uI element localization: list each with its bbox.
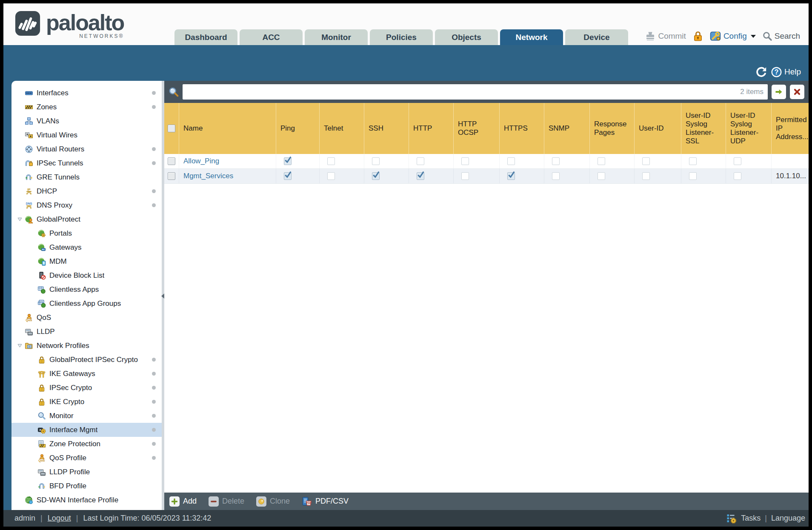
sidebar-item-ike-gateways[interactable]: IKE Gateways: [11, 367, 162, 381]
config-button[interactable]: Config: [710, 31, 756, 42]
sidebar-item-globalprotect-ipsec-crypto[interactable]: GlobalProtect IPSec Crypto: [11, 353, 162, 367]
logout-link[interactable]: Logout: [48, 514, 71, 523]
uid-syslog-ssl-checkbox[interactable]: [689, 157, 697, 165]
ssh-checkbox[interactable]: [372, 172, 380, 180]
telnet-checkbox[interactable]: [327, 157, 335, 165]
https-checkbox[interactable]: [507, 157, 515, 165]
column-header-ssh[interactable]: SSH: [364, 103, 409, 154]
column-header-http-ocsp[interactable]: HTTP OCSP: [453, 103, 499, 154]
sidebar-item-gateways[interactable]: Gateways: [11, 240, 162, 254]
select-all-checkbox[interactable]: [168, 125, 175, 132]
sidebar-item-qos[interactable]: QoSQoS: [11, 311, 162, 325]
sidebar-item-interface-mgmt[interactable]: Interface Mgmt: [11, 423, 162, 437]
sidebar-item-ipsec-tunnels[interactable]: IPSec Tunnels: [11, 156, 162, 170]
sidebar-splitter[interactable]: [162, 81, 164, 510]
item-dot: [152, 386, 156, 390]
clone-button[interactable]: Clone: [256, 496, 290, 507]
tab-device[interactable]: Device: [565, 29, 628, 45]
column-header-ping[interactable]: Ping: [276, 103, 319, 154]
column-header-permitted-ip[interactable]: Permitted IP Address...: [771, 103, 809, 154]
tasks-button[interactable]: Tasks: [741, 514, 761, 523]
column-header-uid-syslog-ssl[interactable]: User-ID Syslog Listener-SSL: [681, 103, 726, 154]
row-select-checkbox[interactable]: [168, 157, 175, 165]
column-header-name[interactable]: Name: [179, 103, 276, 154]
user-id-checkbox[interactable]: [642, 172, 650, 180]
sidebar-item-lldp-profile[interactable]: LLDP Profile: [11, 465, 162, 479]
sidebar-item-dhcp[interactable]: IPDHCP: [11, 184, 162, 198]
column-header-user-id[interactable]: User-ID: [634, 103, 681, 154]
uid-syslog-ssl-checkbox[interactable]: [689, 172, 697, 180]
http-checkbox[interactable]: [417, 172, 424, 180]
sidebar-item-clientless-app-groups[interactable]: Clientless App Groups: [11, 296, 162, 311]
row-name-link[interactable]: Allow_Ping: [183, 157, 219, 165]
language-button[interactable]: Language: [771, 514, 805, 523]
search-input[interactable]: [183, 84, 768, 100]
sidebar-item-virtual-wires[interactable]: Virtual Wires: [11, 128, 162, 142]
sidebar-item-gre-tunnels[interactable]: GRE Tunnels: [11, 170, 162, 184]
column-header-http[interactable]: HTTP: [409, 103, 453, 154]
pdf-csv-icon: PDF: [302, 497, 312, 506]
row-name-link[interactable]: Mgmt_Services: [183, 172, 233, 180]
http-checkbox[interactable]: [417, 157, 424, 165]
sidebar-item-zone-protection[interactable]: Zone Protection: [11, 437, 162, 451]
pdf-csv-button[interactable]: PDFPDF/CSV: [302, 496, 349, 507]
column-header-telnet[interactable]: Telnet: [319, 103, 364, 154]
column-header-https[interactable]: HTTPS: [499, 103, 544, 154]
ssh-checkbox[interactable]: [372, 157, 380, 165]
sidebar-item-lldp[interactable]: LLDP: [11, 325, 162, 339]
expander-icon[interactable]: [17, 343, 23, 348]
delete-button[interactable]: Delete: [209, 496, 244, 507]
sidebar-item-bfd-profile[interactable]: BFD Profile: [11, 479, 162, 493]
sidebar-item-ipsec-crypto[interactable]: IPSec Crypto: [11, 381, 162, 395]
http-ocsp-checkbox[interactable]: [461, 172, 469, 180]
sidebar-item-interfaces[interactable]: Interfaces: [11, 86, 162, 100]
telnet-checkbox[interactable]: [327, 172, 335, 180]
sidebar-item-mdm[interactable]: MDM: [11, 254, 162, 268]
refresh-icon[interactable]: [756, 66, 767, 77]
user-id-checkbox[interactable]: [642, 157, 650, 165]
tab-dashboard[interactable]: Dashboard: [174, 29, 237, 45]
expander-icon[interactable]: [17, 217, 23, 222]
tab-monitor[interactable]: Monitor: [305, 29, 368, 45]
column-header-response-pages[interactable]: Response Pages: [589, 103, 634, 154]
apply-filter-button[interactable]: [772, 85, 786, 99]
sidebar-item-qos-profile[interactable]: QoSQoS Profile: [11, 451, 162, 465]
sidebar-item-vlans[interactable]: VLANs: [11, 114, 162, 128]
tab-policies[interactable]: Policies: [370, 29, 433, 45]
http-ocsp-checkbox[interactable]: [461, 157, 469, 165]
uid-syslog-udp-checkbox[interactable]: [734, 172, 741, 180]
tab-acc[interactable]: ACC: [240, 29, 303, 45]
ping-checkbox[interactable]: [284, 157, 292, 165]
global-search-button[interactable]: Search: [763, 31, 800, 41]
snmp-checkbox[interactable]: [552, 172, 560, 180]
sidebar-item-ike-crypto[interactable]: IKE Crypto: [11, 395, 162, 409]
snmp-checkbox[interactable]: [552, 157, 560, 165]
collapse-sidebar-icon[interactable]: [161, 293, 164, 299]
sidebar-item-network-profiles[interactable]: Network Profiles: [11, 339, 162, 353]
add-button[interactable]: Add: [169, 496, 197, 507]
commit-button[interactable]: Commit: [645, 31, 686, 41]
help-button[interactable]: ? Help: [771, 67, 801, 77]
https-checkbox[interactable]: [507, 172, 515, 180]
ping-checkbox[interactable]: [284, 172, 292, 180]
sidebar-item-monitor[interactable]: Monitor: [11, 409, 162, 423]
response-pages-checkbox[interactable]: [598, 172, 605, 180]
sidebar-item-dns-proxy[interactable]: DNSDNS Proxy: [11, 198, 162, 212]
sidebar-item-virtual-routers[interactable]: Virtual Routers: [11, 142, 162, 156]
lock-button[interactable]: [693, 31, 703, 41]
sidebar-item-zones[interactable]: Zones: [11, 100, 162, 114]
sidebar-item-sd-wan-interface-profile[interactable]: SD-WAN Interface Profile: [11, 493, 162, 507]
sidebar-item-globalprotect[interactable]: GlobalProtect: [11, 212, 162, 226]
sidebar-item-clientless-apps[interactable]: Clientless Apps: [11, 282, 162, 296]
sidebar-item-portals[interactable]: Portals: [11, 226, 162, 240]
qos-icon: QoS: [37, 454, 46, 462]
sidebar-item-device-block-list[interactable]: Device Block List: [11, 268, 162, 282]
column-header-uid-syslog-udp[interactable]: User-ID Syslog Listener-UDP: [726, 103, 771, 154]
clear-filter-button[interactable]: [790, 85, 804, 99]
tab-objects[interactable]: Objects: [435, 29, 498, 45]
row-select-checkbox[interactable]: [168, 172, 175, 180]
response-pages-checkbox[interactable]: [598, 157, 605, 165]
column-header-snmp[interactable]: SNMP: [544, 103, 589, 154]
tab-network[interactable]: Network: [500, 29, 563, 45]
uid-syslog-udp-checkbox[interactable]: [734, 157, 741, 165]
